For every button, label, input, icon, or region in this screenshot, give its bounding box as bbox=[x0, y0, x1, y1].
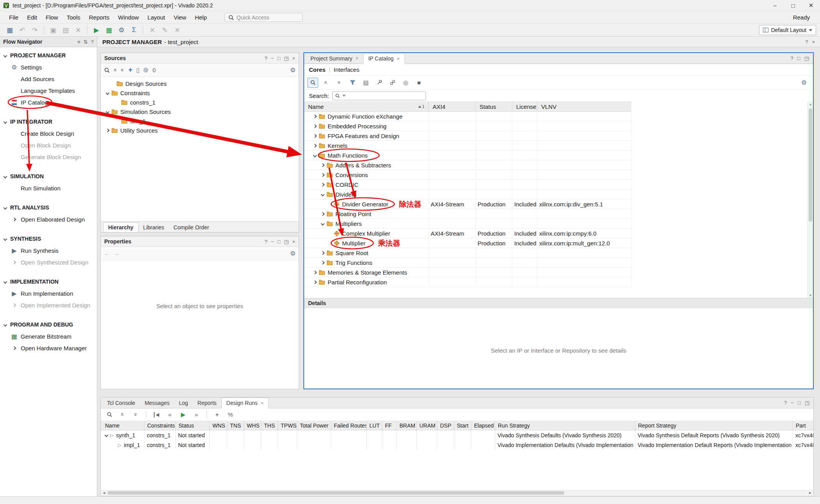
target-icon[interactable]: ◎ bbox=[400, 78, 411, 88]
close-icon[interactable]: ✕ bbox=[802, 0, 820, 11]
step-forward-icon[interactable]: » bbox=[191, 410, 202, 420]
filter-icon[interactable] bbox=[347, 78, 358, 88]
scroll-up-icon[interactable]: ▲ bbox=[808, 101, 813, 107]
chevron-right-icon[interactable] bbox=[106, 128, 110, 132]
tab-interfaces[interactable]: Interfaces bbox=[334, 66, 360, 73]
table-row-synth-1[interactable]: ▷synth_1 constrs_1 Not started Vivado Sy… bbox=[101, 430, 813, 440]
flownav-section-header[interactable]: PROGRAM AND DEBUG bbox=[0, 319, 97, 330]
chevron-right-icon[interactable] bbox=[313, 270, 317, 274]
close-icon[interactable]: × bbox=[292, 239, 295, 245]
close-icon[interactable]: × bbox=[292, 55, 295, 61]
chevron-right-icon[interactable] bbox=[321, 183, 325, 186]
paste-icon[interactable]: ▤ bbox=[60, 25, 71, 35]
chevron-right-icon[interactable] bbox=[313, 280, 317, 284]
maximize-icon[interactable]: □ bbox=[797, 55, 800, 61]
program-icon[interactable]: ▦ bbox=[103, 25, 115, 35]
sidebar-item-open-elaborated-design[interactable]: Open Elaborated Design bbox=[0, 213, 97, 225]
settings-icon[interactable]: ⚙ bbox=[290, 250, 296, 257]
sidebar-item-open-synthesized-design[interactable]: Open Synthesized Design bbox=[0, 256, 97, 268]
tab-ip-catalog[interactable]: IP Catalog × bbox=[363, 53, 405, 64]
ip-category-row[interactable]: FPGA Features and Design bbox=[304, 131, 631, 141]
menu-window[interactable]: Window bbox=[114, 12, 143, 22]
maximize-icon[interactable]: □ bbox=[784, 0, 802, 11]
play-icon[interactable]: ▶ bbox=[178, 410, 189, 420]
column-header-vlnv[interactable]: VLNV bbox=[537, 102, 631, 111]
run-icon[interactable]: ▶ bbox=[91, 25, 102, 35]
minimize-icon[interactable]: − bbox=[271, 239, 274, 245]
scrollbar-thumb[interactable] bbox=[107, 491, 564, 495]
sidebar-item-generate-bitstream[interactable]: ▦Generate Bitstream bbox=[0, 330, 97, 342]
flownav-section-header[interactable]: SIMULATION bbox=[0, 170, 97, 182]
tree-item-utility-sources[interactable]: Utility Sources bbox=[101, 126, 299, 135]
ip-core-row-multiplier[interactable]: Multiplier Production Included xilinx.co… bbox=[304, 238, 631, 248]
sidebar-item-open-hardware-manager[interactable]: Open Hardware Manager bbox=[0, 342, 97, 354]
menu-layout[interactable]: Layout bbox=[143, 12, 169, 22]
sidebar-item-language-templates[interactable]: Language Templates bbox=[0, 85, 97, 96]
menu-help[interactable]: Help bbox=[191, 12, 211, 22]
link-icon[interactable] bbox=[387, 78, 398, 88]
cancel-icon[interactable]: ✕ bbox=[146, 25, 158, 35]
forward-icon[interactable]: → bbox=[114, 250, 119, 257]
ip-category-row[interactable]: Floating Point bbox=[304, 209, 631, 219]
search-icon[interactable] bbox=[307, 78, 318, 88]
undo-icon[interactable]: ↶ bbox=[16, 25, 28, 35]
flownav-section-header[interactable]: PROJECT MANAGER bbox=[0, 50, 97, 61]
column-header-run-strategy[interactable]: Run Strategy bbox=[495, 421, 635, 430]
column-header-tpws[interactable]: TPWS bbox=[278, 421, 297, 430]
help-icon[interactable]: ? bbox=[264, 239, 267, 245]
chevron-right-icon[interactable] bbox=[321, 251, 325, 255]
tab-cores[interactable]: Cores bbox=[309, 66, 326, 73]
ip-category-row[interactable]: Embedded Processing bbox=[304, 121, 631, 131]
search-icon[interactable] bbox=[104, 67, 110, 73]
tab-messages[interactable]: Messages bbox=[140, 398, 174, 408]
chevron-down-icon[interactable] bbox=[105, 433, 109, 437]
chevron-down-icon[interactable] bbox=[313, 153, 317, 157]
add-sources-icon[interactable]: + bbox=[128, 66, 133, 74]
ip-category-row-dividers[interactable]: Dividers bbox=[304, 190, 631, 199]
chevron-right-icon[interactable] bbox=[313, 134, 317, 138]
help-icon[interactable]: ? bbox=[91, 39, 94, 45]
chevron-right-icon[interactable] bbox=[313, 124, 317, 128]
menu-edit[interactable]: Edit bbox=[23, 12, 41, 22]
column-header-part[interactable]: Part bbox=[793, 421, 813, 430]
settings-icon[interactable]: ⚙ bbox=[290, 66, 296, 74]
close-icon[interactable]: × bbox=[355, 55, 358, 61]
sidebar-item-add-sources[interactable]: Add Sources bbox=[0, 73, 97, 85]
expand-all-icon[interactable]: » bbox=[119, 68, 126, 71]
tab-design-runs[interactable]: Design Runs× bbox=[221, 398, 269, 408]
sidebar-item-run-simulation[interactable]: Run Simulation bbox=[0, 182, 97, 194]
float-icon[interactable]: ◳ bbox=[284, 55, 289, 61]
chevron-right-icon[interactable] bbox=[313, 114, 317, 118]
close-icon[interactable]: × bbox=[812, 39, 815, 45]
menu-tools[interactable]: Tools bbox=[62, 12, 85, 22]
scrollbar-thumb[interactable] bbox=[809, 108, 812, 222]
column-header-whs[interactable]: WHS bbox=[244, 421, 261, 430]
menu-reports[interactable]: Reports bbox=[85, 12, 114, 22]
ip-category-row[interactable]: Trig Functions bbox=[304, 258, 631, 268]
ip-category-row[interactable]: Dynamic Function eXchange bbox=[304, 112, 631, 121]
column-header-constraints[interactable]: Constraints bbox=[144, 421, 175, 430]
add-icon[interactable]: + bbox=[212, 410, 223, 420]
sidebar-item-open-block-design[interactable]: Open Block Design bbox=[0, 139, 97, 151]
scrollbar-vertical[interactable]: ▲ ▼ bbox=[808, 101, 813, 298]
flownav-section-header[interactable]: IMPLEMENTATION bbox=[0, 276, 97, 287]
column-header-ths[interactable]: THS bbox=[261, 421, 278, 430]
column-header-ff[interactable]: FF bbox=[382, 421, 396, 430]
help-icon[interactable]: ? bbox=[264, 55, 267, 61]
column-header-status[interactable]: Status bbox=[175, 421, 209, 430]
settings-icon[interactable]: ⚙ bbox=[801, 79, 810, 86]
messages-filter-icon[interactable] bbox=[143, 67, 148, 73]
menu-view[interactable]: View bbox=[169, 12, 191, 22]
back-icon[interactable]: ← bbox=[104, 250, 110, 257]
sidebar-item-settings[interactable]: ⚙Settings bbox=[0, 61, 97, 73]
wrench-icon[interactable] bbox=[374, 78, 385, 88]
scrollbar-horizontal[interactable]: ◀ ▶ bbox=[101, 490, 813, 495]
ip-category-row[interactable]: Square Root bbox=[304, 248, 631, 258]
tree-item-simulation-sources[interactable]: Simulation Sources bbox=[101, 107, 299, 116]
column-header-status[interactable]: Status bbox=[475, 102, 512, 111]
help-icon[interactable]: ? bbox=[784, 400, 787, 406]
scroll-left-icon[interactable]: ◀ bbox=[101, 490, 107, 495]
project-icon[interactable]: ▦ bbox=[4, 25, 16, 35]
sidebar-item-create-block-design[interactable]: Create Block Design bbox=[0, 128, 97, 139]
column-header-total-power[interactable]: Total Power bbox=[297, 421, 331, 430]
